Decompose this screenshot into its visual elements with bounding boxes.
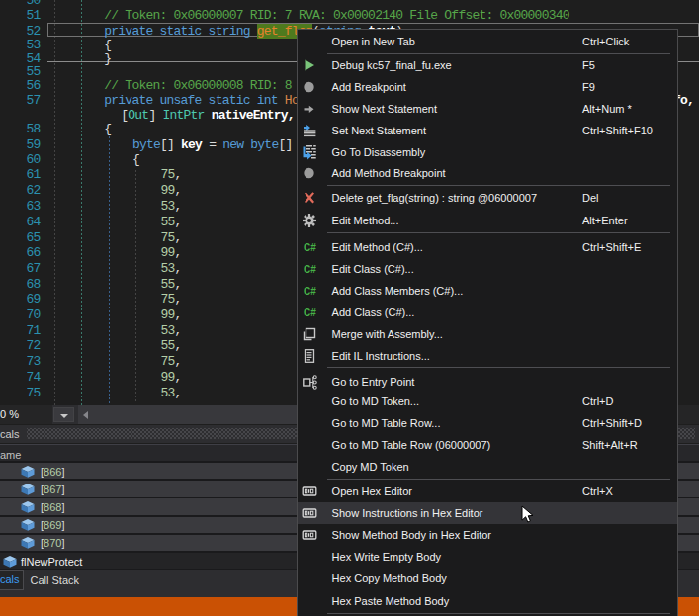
svg-text:C#: C#	[304, 307, 316, 317]
svg-text:C#: C#	[304, 263, 316, 274]
svg-text:C#: C#	[304, 285, 316, 296]
svg-text:C#: C#	[304, 241, 316, 252]
